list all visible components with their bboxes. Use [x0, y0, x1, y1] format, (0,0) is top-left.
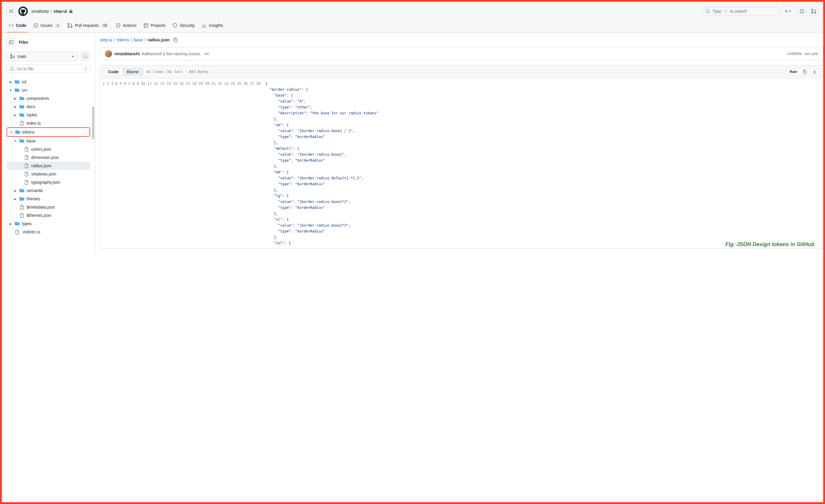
- tab-blame[interactable]: Blame: [123, 68, 143, 75]
- raw-button[interactable]: Raw: [786, 69, 800, 75]
- repo-nav: Code Issues 1 Pull requests 16 Actions P…: [2, 21, 823, 33]
- github-mark-icon: [20, 8, 26, 14]
- file-icon: [19, 121, 24, 125]
- sidebar-header: Files: [6, 37, 90, 47]
- nav-issues-counter: 1: [55, 23, 61, 27]
- tree-file-typography[interactable]: typography.json: [6, 178, 90, 186]
- svg-rect-5: [144, 24, 148, 27]
- tree-file-radius[interactable]: radius.json: [6, 162, 90, 170]
- caret-down-icon: ▼: [72, 55, 74, 58]
- chevron-right-icon: ▶: [14, 113, 17, 117]
- tree-label: src: [22, 88, 27, 92]
- tree-label: index.ts: [26, 121, 41, 125]
- file-icon: [24, 155, 29, 160]
- tree-folder-themes[interactable]: ▶ themes: [6, 195, 90, 203]
- folder-open-icon: [19, 139, 24, 143]
- tree-file-dimension[interactable]: dimension.json: [6, 153, 90, 162]
- tree-folder-semantic[interactable]: ▶ semantic: [6, 186, 90, 195]
- path-tokens[interactable]: tokens: [117, 37, 129, 42]
- table-icon: [144, 23, 148, 28]
- github-logo[interactable]: [18, 6, 28, 16]
- issues-button[interactable]: [797, 6, 807, 16]
- tree-folder-components[interactable]: ▶ components: [6, 94, 90, 102]
- tree-folder-types[interactable]: ▶ types: [6, 220, 90, 228]
- main: Files main ▼ t ▶ sd ▼: [2, 33, 823, 253]
- tree-label: types: [22, 221, 31, 226]
- folder-icon: [19, 112, 24, 117]
- tree-label: semantic: [26, 188, 43, 193]
- branch-icon: [10, 54, 15, 59]
- lock-icon: [69, 9, 73, 13]
- chevron-right-icon: ▶: [14, 97, 17, 100]
- file-stats: 41 lines (41 loc) · 853 Bytes: [147, 70, 209, 74]
- nav-issues[interactable]: Issues 1: [31, 21, 63, 32]
- owner-link[interactable]: smallstep: [31, 9, 49, 14]
- file-tree-sidebar: Files main ▼ t ▶ sd ▼: [2, 33, 95, 253]
- svg-point-3: [35, 25, 36, 26]
- file-header: Code Blame 41 lines (41 loc) · 853 Bytes…: [100, 66, 823, 78]
- nav-security[interactable]: Security: [170, 21, 197, 32]
- file-icon: [24, 172, 29, 176]
- code-area[interactable]: 1 2 3 4 5 6 7 8 9 10 11 12 13 14 15 16 1…: [100, 78, 823, 248]
- issue-icon: [33, 23, 38, 28]
- tree-label: radius.json: [31, 163, 52, 168]
- tree-file-shadows[interactable]: shadows.json: [6, 170, 90, 178]
- repo-link[interactable]: step-ui: [54, 9, 67, 14]
- tree-folder-sd[interactable]: ▶ sd: [6, 78, 90, 86]
- global-search[interactable]: Type / to search: [701, 7, 778, 15]
- chevron-down-icon: ▼: [9, 131, 13, 134]
- tree-folder-tokens[interactable]: ▼ tokens: [6, 127, 90, 137]
- copy-path-icon[interactable]: [173, 37, 178, 42]
- commit-sha[interactable]: 2a8896e: [787, 52, 802, 56]
- tree-label: sd: [22, 79, 26, 84]
- tree-folder-styles[interactable]: ▶ styles: [6, 111, 90, 119]
- commit-meta: 2a8896e · last year: [787, 52, 818, 56]
- folder-icon: [19, 196, 24, 201]
- avatar[interactable]: [105, 50, 112, 57]
- tree-file-eslint[interactable]: .eslintrc.is: [6, 228, 90, 236]
- sidebar-scrollbar[interactable]: [92, 107, 94, 139]
- copy-raw-button[interactable]: [800, 68, 810, 75]
- search-prefix: Type: [712, 9, 721, 14]
- go-to-file-input[interactable]: t: [6, 65, 90, 73]
- nav-pull-requests[interactable]: Pull requests 16: [65, 21, 111, 32]
- nav-actions[interactable]: Actions: [114, 21, 139, 32]
- go-to-file-field[interactable]: [17, 67, 87, 71]
- chevron-right-icon: ▶: [14, 105, 17, 108]
- tree-file-colors[interactable]: colors.json: [6, 145, 90, 153]
- tree-label: shadows.json: [31, 172, 57, 176]
- files-collapse-button[interactable]: [6, 37, 16, 47]
- commit-message[interactable]: Addressed a few naming issues.: [142, 52, 201, 56]
- path-current: radius.json: [147, 37, 170, 42]
- path-root[interactable]: step-ui: [100, 37, 112, 42]
- commit-ellipsis-button[interactable]: •••: [204, 52, 210, 56]
- pull-requests-button[interactable]: [809, 6, 819, 16]
- nav-insights[interactable]: Insights: [200, 21, 225, 32]
- tree-file-themes-json[interactable]: $themes.json: [6, 211, 90, 220]
- search-tree-button[interactable]: [81, 52, 90, 61]
- svg-rect-7: [175, 39, 177, 42]
- tree-file-index-ts[interactable]: index.ts: [6, 119, 90, 127]
- nav-code[interactable]: Code: [6, 21, 29, 32]
- file-icon: [19, 205, 24, 209]
- nav-projects[interactable]: Projects: [141, 21, 168, 32]
- commit-when: last year: [805, 52, 818, 56]
- topbar: smallstep / step-ui Type / to search: [2, 2, 823, 21]
- create-new-button[interactable]: [781, 6, 795, 16]
- git-pull-request-icon: [811, 9, 816, 14]
- file-icon: [24, 147, 29, 152]
- hamburger-menu[interactable]: [6, 6, 16, 16]
- tree-folder-docs[interactable]: ▶ docs: [6, 102, 90, 111]
- tree-file-metadata[interactable]: $metadata.json: [6, 203, 90, 211]
- download-button[interactable]: [810, 68, 820, 75]
- path-base[interactable]: base: [134, 37, 143, 42]
- commit-author[interactable]: renzobianchi: [115, 52, 140, 56]
- search-kbd: /: [724, 9, 728, 13]
- tree-folder-base[interactable]: ▼ base: [6, 137, 90, 145]
- tree-label: base: [26, 139, 35, 143]
- tree-folder-src[interactable]: ▼ src: [6, 86, 90, 94]
- tab-code[interactable]: Code: [104, 68, 123, 76]
- graph-icon: [202, 23, 207, 28]
- branch-selector[interactable]: main ▼: [6, 52, 78, 61]
- tree-label: styles: [26, 112, 37, 117]
